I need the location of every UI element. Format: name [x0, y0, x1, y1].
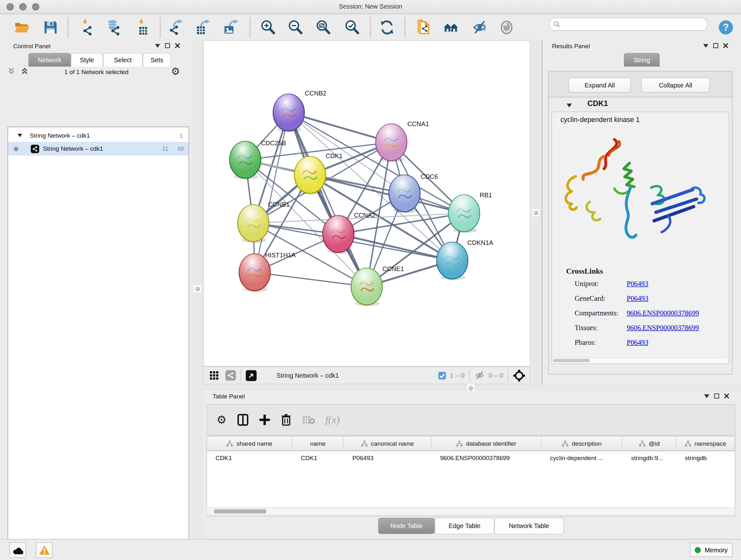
share-file-button[interactable]: [415, 18, 433, 37]
network-row-selected[interactable]: String Network – cdk1 11 48: [8, 142, 189, 155]
node-CDC25B[interactable]: [230, 141, 261, 179]
crosslink-value-link[interactable]: P06493: [627, 338, 649, 347]
hide-panel-button[interactable]: [471, 18, 488, 37]
right-splitter-handle[interactable]: [532, 208, 540, 217]
column-header-id[interactable]: @id: [623, 436, 677, 450]
edge-CCNA2-CDKN1A[interactable]: [338, 234, 452, 260]
section-collapse-icon[interactable]: [567, 104, 572, 107]
add-column-icon[interactable]: [259, 414, 270, 426]
network-options-gear-icon[interactable]: ⚙: [171, 66, 180, 77]
edge-HIST1H1A-CCNE1[interactable]: [255, 272, 367, 287]
cell-id[interactable]: stringdb:9...: [623, 451, 677, 465]
open-in-window-icon[interactable]: [246, 370, 257, 381]
collapse-all-button[interactable]: Collapse All: [642, 78, 710, 92]
collapse-panel-icon[interactable]: [704, 394, 709, 398]
save-session-button[interactable]: [42, 18, 59, 37]
table-settings-gear-icon[interactable]: ⚙: [216, 413, 226, 426]
search-input[interactable]: [563, 20, 708, 28]
tab-style[interactable]: Style: [71, 53, 103, 67]
node-CCNE1[interactable]: [351, 268, 382, 306]
crosslink-value-link[interactable]: 9606.ENSP00000378699: [627, 324, 699, 332]
crosslink-value-link[interactable]: P06493: [627, 295, 649, 303]
node-CDK1[interactable]: [294, 157, 326, 194]
node-CCNB2[interactable]: [273, 94, 305, 132]
node-HIST1H1A[interactable]: [239, 254, 270, 292]
zoom-in-button[interactable]: [259, 18, 277, 37]
export-network-button[interactable]: [167, 18, 185, 37]
warnings-button[interactable]: [36, 543, 53, 558]
close-panel-icon[interactable]: [724, 393, 729, 398]
export-table-button[interactable]: [194, 18, 212, 37]
node-RB1[interactable]: [448, 195, 480, 233]
import-network-file-button[interactable]: [77, 18, 95, 37]
export-image-button[interactable]: [222, 18, 240, 37]
zoom-selected-button[interactable]: [343, 18, 361, 37]
float-panel-icon[interactable]: [714, 393, 719, 398]
zoom-fit-button[interactable]: [314, 18, 332, 37]
column-header-canonicalname[interactable]: canonical name: [344, 436, 431, 450]
float-panel-icon[interactable]: [713, 43, 718, 48]
import-network-database-button[interactable]: [105, 18, 122, 37]
network-canvas[interactable]: CCNB2CCNA1CDC25BCDK1CDC6RB1CCNB1CCNA2CDK…: [203, 40, 530, 367]
tab-node-table[interactable]: Node Table: [378, 518, 435, 535]
cell-name[interactable]: CDK1: [292, 451, 344, 465]
cell-canonicalname[interactable]: P06493: [344, 451, 431, 465]
tab-network-table[interactable]: Network Table: [494, 518, 564, 535]
edge-CCNB2-HIST1H1A[interactable]: [255, 112, 289, 272]
selected-checkbox-icon[interactable]: [438, 371, 446, 379]
show-panel-button[interactable]: [497, 18, 515, 37]
search-field[interactable]: [549, 17, 708, 30]
column-header-name[interactable]: name: [292, 436, 344, 450]
node-CCNB1[interactable]: [238, 205, 269, 243]
cell-databaseidentifier[interactable]: 9606.ENSP00000378699: [431, 451, 541, 465]
tab-string[interactable]: String: [624, 53, 660, 67]
tab-network[interactable]: Network: [28, 53, 71, 67]
node-table[interactable]: shared namenamecanonical namedatabase id…: [206, 436, 735, 516]
cell-description[interactable]: cyclin-dependent ...: [542, 451, 623, 465]
tab-sets[interactable]: Sets: [143, 53, 171, 67]
left-splitter-handle[interactable]: [193, 285, 202, 293]
show-columns-icon[interactable]: [237, 414, 249, 426]
results-hscrollbar[interactable]: [552, 358, 728, 363]
memory-button[interactable]: Memory: [690, 543, 732, 557]
tab-select[interactable]: Select: [103, 53, 143, 67]
node-CDKN1A[interactable]: [436, 242, 468, 280]
update-button[interactable]: [378, 18, 396, 37]
cloud-button[interactable]: [10, 543, 26, 558]
close-panel-icon[interactable]: [723, 43, 728, 48]
tab-edge-table[interactable]: Edge Table: [434, 518, 494, 535]
database-icon: [105, 19, 121, 36]
column-header-sharedname[interactable]: shared name: [207, 436, 293, 450]
crosslink-label: Compartments:: [575, 309, 627, 317]
table-row[interactable]: CDK1CDK1P064939606.ENSP00000378699cyclin…: [207, 451, 735, 465]
collapse-panel-icon[interactable]: [703, 44, 709, 48]
open-session-button[interactable]: [13, 18, 30, 37]
import-table-button[interactable]: [134, 18, 151, 37]
table-hscroll-thumb[interactable]: [213, 509, 266, 513]
delete-column-icon[interactable]: [280, 414, 291, 426]
crosslink-value-link[interactable]: P06493: [627, 280, 649, 288]
tree-expand-icon[interactable]: [17, 134, 22, 137]
collapse-panel-icon[interactable]: [155, 44, 160, 48]
column-header-databaseidentifier[interactable]: database identifier: [431, 436, 541, 450]
help-button[interactable]: ?: [717, 18, 735, 37]
expand-all-button[interactable]: Expand All: [568, 78, 630, 92]
birds-eye-grid-icon[interactable]: [210, 371, 219, 380]
node-CCNA1[interactable]: [376, 124, 407, 162]
cell-namespace[interactable]: stringdb: [676, 451, 735, 465]
column-header-description[interactable]: description: [542, 436, 623, 450]
edge-CCNB2-CCNE1[interactable]: [289, 112, 367, 287]
float-panel-icon[interactable]: [165, 43, 170, 48]
crosshair-icon[interactable]: [513, 369, 525, 381]
close-panel-icon[interactable]: [175, 43, 180, 48]
crosslink-value-link[interactable]: 9606.ENSP00000378699: [627, 309, 699, 317]
zoom-out-button[interactable]: [286, 18, 304, 37]
table-hscrollbar[interactable]: [206, 507, 735, 515]
column-header-namespace[interactable]: namespace: [676, 436, 735, 450]
results-hscroll-thumb[interactable]: [553, 359, 590, 362]
cell-sharedname[interactable]: CDK1: [207, 451, 293, 465]
string-network-graph[interactable]: CCNB2CCNA1CDC25BCDK1CDC6RB1CCNB1CCNA2CDK…: [204, 41, 530, 366]
homes-button[interactable]: [442, 18, 460, 37]
network-collection-row[interactable]: String Network – cdk1 1: [8, 129, 189, 142]
string-badge-icon[interactable]: [225, 370, 236, 381]
